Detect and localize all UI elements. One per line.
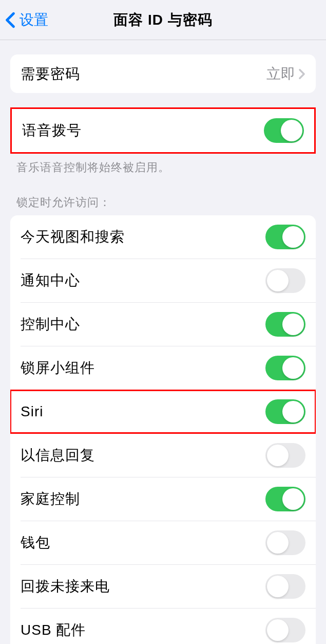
- chevron-left-icon: [5, 12, 15, 28]
- lock-access-label: 家庭控制: [21, 489, 80, 509]
- voice-dial-label: 语音拨号: [22, 121, 82, 140]
- lock-access-row: 家庭控制: [10, 477, 316, 521]
- toggle-knob: [267, 445, 289, 466]
- lock-access-label: Siri: [21, 403, 43, 420]
- lock-access-label: 今天视图和搜索: [21, 227, 125, 247]
- toggle-knob: [267, 270, 289, 291]
- voice-dial-group: 语音拨号: [10, 107, 316, 154]
- lock-access-label: 控制中心: [21, 315, 80, 334]
- lock-access-toggle[interactable]: [265, 399, 305, 424]
- lock-access-label: USB 配件: [21, 620, 86, 640]
- lock-access-toggle[interactable]: [265, 356, 305, 380]
- lock-access-header: 锁定时允许访问：: [0, 175, 326, 215]
- lock-access-toggle[interactable]: [265, 574, 305, 599]
- lock-access-label: 钱包: [21, 533, 50, 553]
- toggle-knob: [267, 532, 289, 554]
- lock-access-row: USB 配件: [10, 609, 316, 644]
- lock-access-label: 锁屏小组件: [21, 358, 95, 378]
- lock-access-row: 以信息回复: [10, 434, 316, 477]
- lock-access-row: 今天视图和搜索: [10, 215, 316, 259]
- lock-access-toggle[interactable]: [265, 312, 305, 337]
- lock-access-label: 以信息回复: [21, 446, 95, 465]
- back-label: 设置: [20, 10, 48, 30]
- chevron-right-icon: [298, 68, 305, 80]
- lock-access-label: 回拨未接来电: [21, 577, 110, 596]
- lock-access-toggle[interactable]: [265, 530, 305, 555]
- lock-access-row: 回拨未接来电: [10, 565, 316, 608]
- require-passcode-row[interactable]: 需要密码 立即: [10, 54, 316, 93]
- toggle-knob: [282, 401, 304, 422]
- lock-access-toggle[interactable]: [265, 268, 305, 293]
- require-passcode-group: 需要密码 立即: [10, 54, 316, 93]
- toggle-knob: [282, 226, 304, 248]
- require-passcode-label: 需要密码: [21, 64, 80, 84]
- back-button[interactable]: 设置: [0, 10, 48, 30]
- require-passcode-value: 立即: [266, 64, 305, 84]
- toggle-knob: [282, 314, 304, 335]
- page-title: 面容 ID 与密码: [113, 10, 213, 30]
- lock-access-row: 控制中心: [10, 303, 316, 346]
- toggle-knob: [282, 488, 304, 510]
- header-bar: 设置 面容 ID 与密码: [0, 0, 326, 40]
- toggle-knob: [267, 619, 289, 641]
- voice-dial-row: 语音拨号: [12, 109, 314, 152]
- voice-dial-toggle[interactable]: [264, 118, 304, 143]
- lock-access-row: 锁屏小组件: [10, 346, 316, 390]
- lock-access-label: 通知中心: [21, 271, 80, 290]
- toggle-knob: [282, 357, 304, 379]
- voice-dial-footer: 音乐语音控制将始终被启用。: [0, 154, 326, 175]
- lock-access-toggle[interactable]: [265, 225, 305, 249]
- lock-access-toggle[interactable]: [265, 618, 305, 642]
- lock-access-row: 钱包: [10, 521, 316, 564]
- toggle-knob: [267, 576, 289, 597]
- lock-access-group: 今天视图和搜索通知中心控制中心锁屏小组件Siri以信息回复家庭控制钱包回拨未接来…: [10, 215, 316, 644]
- lock-access-row: Siri: [10, 390, 316, 433]
- toggle-knob: [281, 120, 302, 141]
- lock-access-toggle[interactable]: [265, 487, 305, 511]
- lock-access-row: 通知中心: [10, 259, 316, 302]
- lock-access-toggle[interactable]: [265, 443, 305, 468]
